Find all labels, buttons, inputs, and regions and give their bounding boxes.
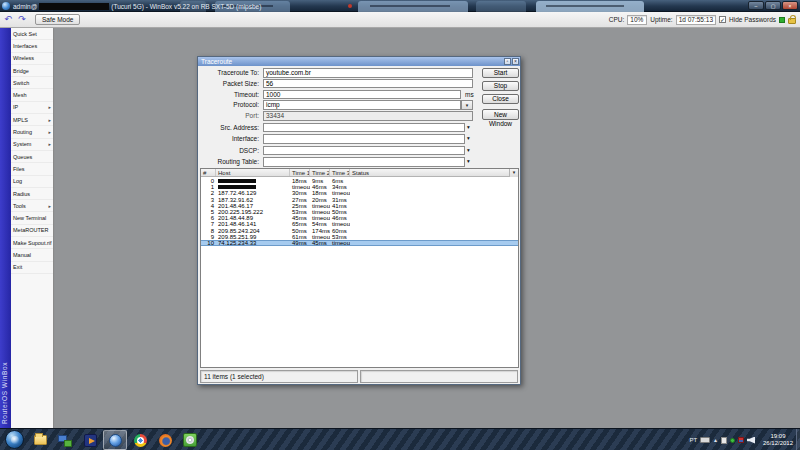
- sidebar-item-mesh[interactable]: Mesh: [11, 89, 53, 101]
- column-status[interactable]: Status: [350, 169, 518, 176]
- dialog-close-button[interactable]: ×: [512, 58, 519, 65]
- background-tab[interactable]: [358, 1, 468, 12]
- lock-icon: [788, 18, 796, 24]
- sidebar-item-switch[interactable]: Switch: [11, 77, 53, 89]
- close-button[interactable]: ×: [782, 1, 798, 10]
- sidebar-item-label: Exit: [13, 264, 22, 270]
- tray-app-icon[interactable]: [721, 437, 727, 444]
- dscp-input[interactable]: [263, 146, 465, 156]
- hide-passwords-label: Hide Passwords: [729, 16, 776, 23]
- sidebar-item-metarouter[interactable]: MetaROUTER: [11, 225, 53, 237]
- submenu-arrow-icon: ▸: [48, 141, 51, 147]
- routing-table-dropdown-icon[interactable]: ▾: [467, 157, 470, 167]
- taskbar-clock[interactable]: 19:09 26/12/2012: [758, 433, 798, 447]
- column-hop[interactable]: #: [201, 169, 216, 176]
- background-tab[interactable]: [536, 1, 644, 12]
- routing-table-label: Routing Table:: [198, 157, 259, 167]
- sidebar-item-new-terminal[interactable]: New Terminal: [11, 212, 53, 224]
- traceroute-row[interactable]: 1074.125.234.3349ms45mstimeout: [201, 240, 518, 246]
- interface-input[interactable]: [263, 134, 465, 144]
- cell-hop: 10: [201, 240, 216, 246]
- sidebar-item-routing[interactable]: Routing▸: [11, 126, 53, 138]
- show-hidden-icons[interactable]: ▲: [713, 437, 718, 443]
- language-indicator[interactable]: PT: [689, 437, 697, 443]
- traceroute-title: Traceroute: [201, 58, 232, 65]
- explorer-taskbar-icon[interactable]: [28, 430, 52, 450]
- background-tab[interactable]: [476, 1, 526, 12]
- sidebar-item-radius[interactable]: Radius: [11, 188, 53, 200]
- sidebar-item-exit[interactable]: Exit: [11, 262, 53, 274]
- redacted-identity: [39, 3, 109, 10]
- sidebar-item-wireless[interactable]: Wireless: [11, 53, 53, 65]
- port-label: Port:: [198, 111, 259, 121]
- timeout-input[interactable]: 1000: [263, 90, 461, 100]
- sidebar-item-manual[interactable]: Manual: [11, 249, 53, 261]
- sidebar-item-label: Queues: [13, 154, 32, 160]
- winbox-app-icon: [2, 2, 10, 10]
- column-host[interactable]: Host: [216, 169, 290, 176]
- dialog-minimize-button[interactable]: ▫: [504, 58, 511, 65]
- src-address-input[interactable]: [263, 123, 465, 133]
- sidebar-item-files[interactable]: Files: [11, 163, 53, 175]
- sidebar-item-label: Log: [13, 178, 22, 184]
- submenu-arrow-icon: ▸: [48, 117, 51, 123]
- protocol-label: Protocol:: [198, 100, 259, 110]
- sidebar-item-log[interactable]: Log: [11, 176, 53, 188]
- sidebar-item-queues[interactable]: Queues: [11, 151, 53, 163]
- column-select-dropdown[interactable]: ▾: [509, 169, 518, 177]
- column-time3[interactable]: Time 3: [330, 169, 350, 176]
- close-button-dialog[interactable]: Close: [482, 94, 519, 104]
- show-desktop-button[interactable]: [796, 429, 800, 450]
- sidebar-item-label: System: [13, 141, 31, 147]
- sidebar-menu-container: Quick SetInterfacesWirelessBridgeSwitchM…: [11, 28, 54, 428]
- sidebar-item-quick-set[interactable]: Quick Set: [11, 28, 53, 40]
- sidebar-item-label: Make Supout.rif: [13, 240, 52, 246]
- cell-time1: 49ms: [290, 240, 310, 246]
- hide-passwords-checkbox[interactable]: ✓: [719, 16, 726, 23]
- sidebar-item-label: Routing: [13, 129, 32, 135]
- firefox-taskbar-icon[interactable]: [153, 430, 177, 450]
- network-taskbar-icon[interactable]: [53, 430, 77, 450]
- sidebar-item-label: Bridge: [13, 68, 29, 74]
- title-prefix: admin@: [13, 3, 37, 10]
- traceroute-titlebar[interactable]: Traceroute ▫ ×: [198, 57, 520, 66]
- stop-button[interactable]: Stop: [482, 81, 519, 91]
- sidebar-item-ip[interactable]: IP▸: [11, 102, 53, 114]
- sidebar-item-bridge[interactable]: Bridge: [11, 65, 53, 77]
- new-window-button[interactable]: New Window: [482, 109, 519, 120]
- column-time2[interactable]: Time 2: [310, 169, 330, 176]
- redo-icon[interactable]: ↷: [16, 13, 28, 25]
- safe-mode-button[interactable]: Safe Mode: [35, 14, 80, 25]
- disc-burner-taskbar-icon[interactable]: [178, 430, 202, 450]
- undo-icon[interactable]: ↶: [2, 13, 14, 25]
- traceroute-to-label: Traceroute To:: [198, 68, 259, 78]
- cell-host: 74.125.234.33: [216, 240, 290, 246]
- routing-table-input[interactable]: [263, 157, 465, 167]
- column-time1[interactable]: Time 1: [290, 169, 310, 176]
- sidebar-item-make-supout-rif[interactable]: Make Supout.rif: [11, 237, 53, 249]
- start-button[interactable]: Start: [482, 68, 519, 78]
- sidebar-item-interfaces[interactable]: Interfaces: [11, 40, 53, 52]
- start-button[interactable]: [5, 430, 24, 449]
- traceroute-to-input[interactable]: youtube.com.br: [263, 68, 473, 78]
- protocol-input[interactable]: icmp: [263, 100, 461, 110]
- protocol-dropdown-button[interactable]: ▾: [461, 100, 473, 110]
- network-status-icon[interactable]: [730, 438, 735, 443]
- interface-dropdown-icon[interactable]: ▾: [467, 134, 470, 144]
- volume-icon[interactable]: [747, 437, 755, 444]
- src-address-dropdown-icon[interactable]: ▾: [467, 123, 470, 133]
- tray-alert-icon[interactable]: [738, 437, 744, 443]
- sidebar-item-mpls[interactable]: MPLS▸: [11, 114, 53, 126]
- maximize-button[interactable]: ▢: [765, 1, 781, 10]
- sidebar-item-tools[interactable]: Tools▸: [11, 200, 53, 212]
- dscp-dropdown-icon[interactable]: ▾: [467, 146, 470, 156]
- packet-size-input[interactable]: 56: [263, 79, 473, 89]
- keyboard-icon[interactable]: [700, 437, 710, 443]
- winbox-taskbar-icon[interactable]: [103, 430, 127, 450]
- cell-status: [350, 240, 518, 246]
- minimize-button[interactable]: –: [748, 1, 764, 10]
- clock-date: 26/12/2012: [758, 440, 798, 447]
- sidebar-item-system[interactable]: System▸: [11, 139, 53, 151]
- chrome-taskbar-icon[interactable]: [128, 430, 152, 450]
- media-player-taskbar-icon[interactable]: [78, 430, 102, 450]
